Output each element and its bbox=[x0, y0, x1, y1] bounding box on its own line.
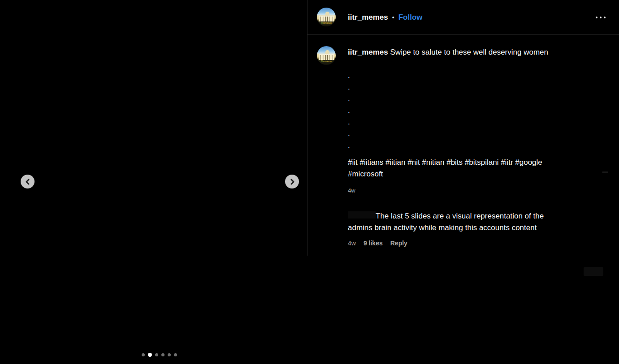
carousel-dot-2[interactable] bbox=[148, 353, 152, 357]
post-header: Thomason iitr_memes • Follow bbox=[307, 0, 619, 35]
comment-body: The last 5 slides are a visual represent… bbox=[348, 212, 544, 232]
carousel-media bbox=[0, 0, 307, 364]
caption-timestamp: 4w bbox=[348, 187, 355, 195]
caption-username[interactable]: iitr_memes bbox=[348, 48, 388, 56]
carousel-dot-3[interactable] bbox=[155, 353, 158, 356]
carousel-dot-6[interactable] bbox=[174, 353, 177, 356]
comment: The last 5 slides are a visual represent… bbox=[348, 210, 582, 247]
chevron-right-icon bbox=[289, 179, 295, 185]
username-follow-separator: • bbox=[392, 14, 394, 21]
comment-text: The last 5 slides are a visual represent… bbox=[348, 210, 582, 234]
avatar[interactable]: Thomason bbox=[317, 8, 336, 26]
scrollbar-thumb[interactable] bbox=[602, 171, 608, 173]
caption-body: Swipe to salute to these well deserving … bbox=[348, 48, 548, 150]
comment-likes[interactable]: 9 likes bbox=[364, 239, 383, 247]
comment-meta: 4w 9 likes Reply bbox=[348, 239, 582, 247]
post-caption: iitr_memes Swipe to salute to these well… bbox=[348, 47, 592, 180]
redacted-commenter-name bbox=[348, 211, 376, 218]
caption-avatar[interactable]: Thomason bbox=[317, 46, 336, 65]
carousel-next-button[interactable] bbox=[285, 175, 299, 188]
chevron-left-icon bbox=[25, 179, 31, 185]
follow-button[interactable]: Follow bbox=[398, 13, 423, 22]
carousel-dot-4[interactable] bbox=[161, 353, 164, 356]
post-detail-pane: Thomason iitr_memes • Follow Thomason ii… bbox=[307, 0, 619, 364]
comment-reply-button[interactable]: Reply bbox=[390, 239, 407, 247]
avatar-label: Thomason bbox=[317, 60, 336, 63]
more-options-icon[interactable] bbox=[594, 15, 607, 20]
avatar-label: Thomason bbox=[317, 21, 336, 24]
carousel-dot-1[interactable] bbox=[142, 353, 145, 356]
post-modal: Thomason iitr_memes • Follow Thomason ii… bbox=[0, 0, 619, 364]
caption-hashtags[interactable]: #iit #iitians #iitian #nit #nitian #bits… bbox=[348, 157, 592, 180]
comment-timestamp: 4w bbox=[348, 239, 356, 247]
redaction-smudge bbox=[584, 267, 603, 276]
carousel-dot-5[interactable] bbox=[168, 353, 171, 356]
post-username[interactable]: iitr_memes bbox=[348, 13, 388, 22]
carousel-dots bbox=[0, 353, 307, 357]
carousel-prev-button[interactable] bbox=[21, 175, 35, 188]
